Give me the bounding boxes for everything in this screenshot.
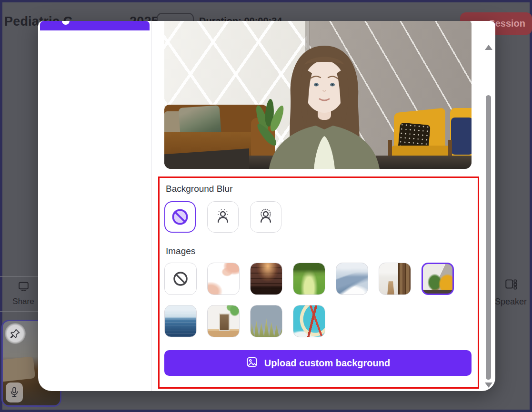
sidebar-tab-notch <box>62 21 70 25</box>
modal-sidebar <box>38 21 152 391</box>
blur-option-light-blur[interactable] <box>207 201 239 233</box>
image-upload-icon <box>246 356 258 371</box>
monitor-icon <box>17 280 30 294</box>
camera-preview <box>164 21 472 169</box>
toolbar-divider-bottom <box>0 311 38 312</box>
blur-section-title: Background Blur <box>166 184 473 194</box>
modal-scrollbar[interactable] <box>484 21 493 391</box>
modal-content: Background Blur Images <box>151 21 495 391</box>
thumbnail-scene <box>1 356 35 382</box>
background-image-option-blossom[interactable] <box>207 263 240 295</box>
upload-button-label: Upload custom background <box>264 358 390 369</box>
annotation-highlight-box: Background Blur Images <box>158 177 479 389</box>
background-image-option-none[interactable] <box>164 263 197 295</box>
background-image-option-park[interactable] <box>293 263 325 295</box>
preview-navy-pillow <box>451 118 472 155</box>
image-options-row-2 <box>164 305 473 337</box>
scroll-up-arrow-icon[interactable] <box>485 45 492 50</box>
background-image-option-roller-coaster[interactable] <box>293 305 325 337</box>
background-image-option-ocean[interactable] <box>164 305 197 337</box>
preview-person <box>253 40 396 169</box>
background-image-option-brick[interactable] <box>250 263 282 295</box>
blur-option-no-blur[interactable] <box>164 201 196 233</box>
background-image-option-library[interactable] <box>379 263 411 295</box>
background-image-option-living-room[interactable] <box>422 263 454 295</box>
scrollbar-thumb[interactable] <box>486 95 491 380</box>
background-image-option-interior[interactable] <box>207 305 240 337</box>
image-options-row-1 <box>164 263 473 295</box>
scroll-down-arrow-icon[interactable] <box>485 383 492 388</box>
images-section-title: Images <box>166 246 473 256</box>
speaker-label: Speaker <box>495 297 527 307</box>
speaker-view-button[interactable]: Speaker <box>490 277 532 308</box>
share-screen-button[interactable]: Share <box>9 280 38 308</box>
pin-icon[interactable] <box>5 323 26 344</box>
background-image-option-agave[interactable] <box>250 305 282 337</box>
microphone-icon[interactable] <box>6 383 23 402</box>
settings-modal: Background Blur Images <box>38 21 495 391</box>
background-image-option-mountains[interactable] <box>336 263 368 295</box>
sidebar-selected-tab[interactable] <box>40 21 150 30</box>
toolbar-divider-top <box>0 276 38 277</box>
app-window: Pediatric C 2025 Live Duration: 00:00:34… <box>0 0 532 412</box>
upload-custom-background-button[interactable]: Upload custom background <box>164 350 472 376</box>
speaker-view-icon <box>504 277 518 294</box>
blur-options-row <box>164 201 473 233</box>
blur-option-strong-blur[interactable] <box>250 201 281 233</box>
share-label: Share <box>12 297 34 306</box>
